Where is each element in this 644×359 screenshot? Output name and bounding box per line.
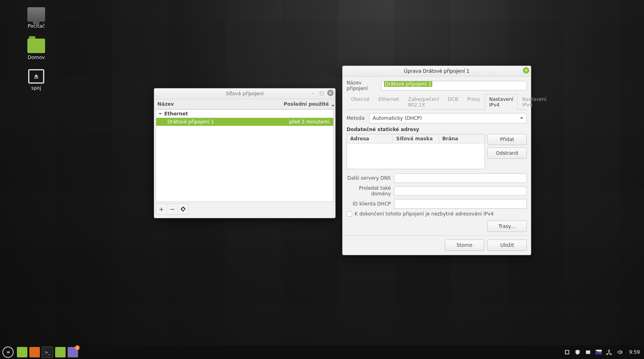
taskbar-app-network[interactable]: 2 [68, 347, 78, 357]
tray-shield-icon[interactable] [574, 349, 581, 355]
search-domains-label: Proledat také domény [347, 185, 391, 197]
dhcp-client-id-label: ID klienta DHCP [347, 201, 391, 207]
connection-last-used: před 2 minutami [289, 119, 333, 125]
require-ipv4-label: K dokončení tohoto připojení je nezbytné… [355, 211, 493, 217]
window-title: Úprava Drátové připojení 1 [404, 68, 470, 74]
flag-cz-icon [595, 350, 602, 355]
static-addresses-title: Dodatečné statické adresy [347, 127, 527, 132]
connections-header: Název Poslední použité [154, 99, 335, 109]
settings-tabs: Obecné Ethernet Zabezpečení 802.1X DCB P… [347, 94, 527, 110]
column-last-used[interactable]: Poslední použité [277, 101, 335, 107]
desktop-icon-label: Počítač [20, 23, 52, 29]
connections-toolbar: + − [156, 203, 189, 215]
tray-keyboard-layout[interactable] [595, 349, 602, 355]
method-label: Metoda [347, 115, 366, 121]
connections-list[interactable]: Ethernet Drátové připojení 1 před 2 minu… [156, 109, 334, 202]
dns-servers-label: Další servery DNS [347, 175, 391, 181]
desktop-icon-label: Domov [20, 55, 52, 60]
gear-icon [180, 206, 186, 212]
add-address-button[interactable]: Přidat [487, 134, 527, 145]
method-combobox[interactable]: Automaticky (DHCP) [369, 113, 527, 123]
cancel-button[interactable]: Storno [445, 240, 484, 251]
firefox-launcher[interactable] [29, 347, 40, 357]
connection-name-label: Název připojení [347, 80, 378, 91]
system-tray: 9:59 [564, 349, 642, 355]
start-menu-button[interactable] [2, 347, 14, 358]
group-label: Ethernet [164, 111, 188, 117]
tray-clock[interactable]: 9:59 [629, 349, 640, 355]
edit-connection-button[interactable] [178, 204, 188, 214]
tab-ipv4-settings[interactable]: Nastavení IPv4 [485, 94, 518, 110]
connection-name-value: Drátové připojení 1 [384, 81, 432, 87]
tray-network-icon[interactable] [606, 349, 612, 355]
titlebar[interactable]: Síťová připojení – □ ✕ [154, 88, 335, 99]
column-netmask[interactable]: Síťová maska [393, 134, 439, 143]
search-domains-input[interactable] [394, 186, 527, 196]
routes-button[interactable]: Trasy… [487, 221, 527, 232]
eject-drive-icon [28, 69, 44, 84]
tab-security-8021x[interactable]: Zabezpečení 802.1X [404, 94, 444, 110]
dhcp-client-id-input[interactable] [394, 199, 527, 209]
delete-address-button[interactable]: Odstranit [487, 148, 527, 159]
mint-logo-icon [5, 349, 11, 355]
tray-volume-icon[interactable] [616, 349, 623, 355]
connection-name: Drátové připojení 1 [156, 119, 289, 125]
close-button[interactable]: ✕ [327, 90, 334, 96]
desktop-icon-computer[interactable]: Počítač [20, 7, 52, 29]
close-button[interactable]: ✕ [523, 67, 529, 74]
desktop-icon-drive[interactable]: spoj [20, 69, 52, 91]
tray-updates-icon[interactable] [564, 349, 570, 355]
tab-proxy[interactable]: Proxy [462, 94, 485, 110]
connection-row-selected[interactable]: Drátové připojení 1 před 2 minutami [156, 118, 333, 126]
desktop-icon-label: spoj [20, 85, 52, 91]
method-value: Automaticky (DHCP) [373, 115, 422, 121]
taskbar[interactable]: >_ 2 9:59 [0, 345, 644, 359]
tray-drive-icon[interactable] [585, 349, 591, 355]
column-name[interactable]: Název [154, 101, 277, 107]
taskbar-badge: 2 [75, 345, 80, 350]
connection-name-input[interactable]: Drátové připojení 1 [381, 81, 527, 90]
column-gateway[interactable]: Brána [439, 134, 485, 143]
window-edit-connection[interactable]: Úprava Drátové připojení 1 ✕ Název připo… [342, 66, 531, 255]
add-connection-button[interactable]: + [156, 204, 167, 214]
static-addresses-table[interactable]: Adresa Síťová maska Brána [347, 134, 485, 169]
maximize-button[interactable]: □ [318, 90, 325, 96]
show-desktop-button[interactable] [17, 347, 27, 357]
tab-general[interactable]: Obecné [347, 94, 374, 110]
computer-icon [27, 7, 45, 22]
remove-connection-button[interactable]: − [167, 204, 178, 214]
tab-ethernet[interactable]: Ethernet [374, 94, 404, 110]
chevron-down-icon [159, 113, 162, 116]
column-address[interactable]: Adresa [347, 134, 393, 143]
terminal-launcher[interactable]: >_ [42, 347, 53, 358]
dns-servers-input[interactable] [394, 173, 527, 183]
require-ipv4-checkbox[interactable]: K dokončení tohoto připojení je nezbytné… [347, 211, 527, 217]
window-title: Síťová připojení [226, 91, 264, 96]
desktop-icon-home[interactable]: Domov [20, 39, 52, 60]
tab-ipv6-settings[interactable]: Nastavení IPv6 [518, 94, 551, 110]
checkbox-icon [347, 211, 352, 217]
minimize-button[interactable]: – [310, 90, 316, 96]
tab-dcb[interactable]: DCB [444, 94, 463, 110]
files-launcher[interactable] [55, 347, 66, 357]
titlebar[interactable]: Úprava Drátové připojení 1 ✕ [343, 66, 531, 77]
folder-home-icon [27, 39, 45, 53]
window-network-connections[interactable]: Síťová připojení – □ ✕ Název Poslední po… [154, 88, 336, 218]
save-button[interactable]: Uložit [487, 240, 527, 251]
connection-group-ethernet[interactable]: Ethernet [156, 110, 333, 118]
